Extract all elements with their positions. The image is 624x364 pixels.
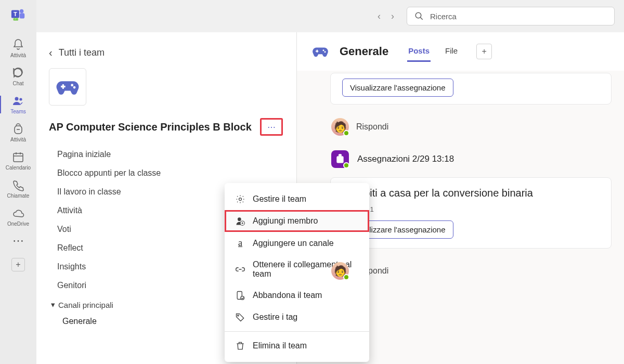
assignments-app-icon <box>331 150 349 168</box>
reply-button[interactable]: Rispondi <box>356 122 388 132</box>
tag-icon <box>235 312 245 322</box>
search-icon <box>414 11 424 21</box>
channel-a-icon: a <box>235 238 245 249</box>
assignment-title: Compiti a casa per la conversione binari… <box>342 187 600 199</box>
rail-label: Attività <box>10 137 26 142</box>
gamepad-icon <box>54 73 81 100</box>
menu-manage-team[interactable]: Gestire il team <box>225 188 369 210</box>
svg-point-20 <box>238 217 241 221</box>
menu-label: Gestire il team <box>253 194 306 204</box>
plus-icon: + <box>482 47 487 56</box>
menu-label: Abbandona il team <box>253 291 322 300</box>
menu-label: Aggiungere un canale <box>253 239 334 248</box>
channels-label: Canali principali <box>58 301 113 309</box>
svg-point-8 <box>15 97 19 101</box>
menu-add-channel[interactable]: a Aggiungere un canale <box>225 232 369 254</box>
dots-icon: ⋯ <box>267 122 276 132</box>
channel-team-avatar <box>309 41 331 62</box>
rail-add-app-button[interactable]: + <box>11 258 25 271</box>
rail-calls[interactable]: Chiamate <box>0 175 36 203</box>
svg-point-9 <box>19 98 22 100</box>
menu-label: Elimina il team <box>253 341 307 350</box>
gamepad-icon <box>311 42 330 61</box>
top-bar: ‹ › Ricerca <box>36 0 624 32</box>
calendar-icon <box>12 151 24 163</box>
svg-point-26 <box>238 315 239 316</box>
menu-divider <box>225 331 369 332</box>
assignment-post-header: Assegnazioni 2/29 13:18 <box>309 147 612 173</box>
channel-tabs: Posts File <box>407 41 459 62</box>
search-input[interactable]: Ricerca <box>407 7 615 25</box>
search-placeholder: Ricerca <box>430 12 457 21</box>
svg-point-19 <box>239 198 242 201</box>
add-tab-button[interactable]: + <box>476 44 492 59</box>
menu-label: Gestire i tag <box>253 313 297 322</box>
svg-point-16 <box>73 86 76 89</box>
presence-dot-icon <box>343 130 349 136</box>
rail-onedrive[interactable]: OneDrive <box>0 203 36 231</box>
rail-assignments[interactable]: Attività <box>0 119 36 147</box>
chevron-left-icon: ‹ <box>49 47 53 59</box>
rail-calendar[interactable]: Calendario <box>0 147 36 175</box>
nav-back-icon[interactable]: ‹ <box>378 11 381 22</box>
caret-down-icon: ▾ <box>51 300 55 309</box>
teams-logo-icon: TNEW <box>10 6 26 22</box>
svg-point-4 <box>20 9 24 14</box>
tab-posts[interactable]: Posts <box>407 41 431 62</box>
all-teams-label: Tutti i team <box>59 47 105 58</box>
user-avatar: 🧑 <box>331 262 349 280</box>
all-teams-button[interactable]: ‹ Tutti i team <box>36 43 296 68</box>
svg-rect-5 <box>20 13 24 18</box>
assignment-due: Due mar 1 <box>342 205 600 213</box>
presence-dot-icon <box>343 274 349 280</box>
team-more-button[interactable]: ⋯ <box>260 118 283 136</box>
nav-forward-icon[interactable]: › <box>391 11 394 22</box>
link-icon <box>235 264 245 275</box>
menu-delete-team[interactable]: Elimina il team <box>225 335 369 357</box>
assignment-card: Visualizzare l'assegnazione <box>330 73 612 105</box>
presence-dot-icon <box>343 162 349 168</box>
rail-label: Chiamate <box>7 193 30 199</box>
menu-add-member[interactable]: Aggiungi membro <box>225 210 369 232</box>
svg-rect-30 <box>317 50 318 53</box>
svg-point-0 <box>415 12 421 18</box>
rail-more-icon[interactable]: ⋯ <box>12 234 24 248</box>
assignment-meta: Assegnazioni 2/29 13:18 <box>357 154 454 164</box>
cloud-icon <box>12 207 24 219</box>
team-title: AP Computer Science Principles B Block <box>49 121 252 133</box>
rail-label: Chat <box>12 81 23 86</box>
rail-activity[interactable]: Attività <box>0 34 36 62</box>
reply-row: 🧑 Rispondi <box>309 114 612 147</box>
rail-label: Teams <box>10 109 25 114</box>
menu-manage-tags[interactable]: Gestire i tag <box>225 306 369 328</box>
svg-point-27 <box>323 49 324 51</box>
people-icon <box>12 95 24 107</box>
rail-label: Attività <box>10 53 26 58</box>
channel-header: Generale Posts File + <box>297 32 624 71</box>
svg-rect-11 <box>14 153 23 162</box>
user-avatar: 🧑 <box>331 118 349 136</box>
rail-teams[interactable]: Teams <box>0 90 36 119</box>
channel-name: Generale <box>340 45 388 58</box>
rail-label: Calendario <box>6 165 31 171</box>
tab-file[interactable]: File <box>444 41 459 62</box>
menu-leave-team[interactable]: Abbandona il team <box>225 284 369 306</box>
team-avatar <box>49 68 86 106</box>
menu-label: Aggiungi membro <box>253 216 318 226</box>
chat-icon <box>12 67 24 79</box>
svg-point-28 <box>324 51 326 53</box>
rail-chat[interactable]: Chat <box>0 62 36 90</box>
tree-home[interactable]: Pagina iniziale <box>49 145 296 164</box>
svg-rect-18 <box>62 84 64 89</box>
svg-point-15 <box>71 84 73 86</box>
svg-text:NEW: NEW <box>14 18 18 20</box>
view-assignment-button[interactable]: Visualizzare l'assegnazione <box>342 79 453 97</box>
tree-notebook[interactable]: Blocco appunti per la classe <box>49 164 296 183</box>
phone-icon <box>12 179 24 191</box>
team-panel: ‹ Tutti i team AP Computer Science Princ… <box>36 32 296 364</box>
leave-icon <box>235 290 245 301</box>
backpack-icon <box>12 123 24 135</box>
svg-line-1 <box>420 17 423 20</box>
svg-rect-32 <box>339 155 342 157</box>
rail-label: OneDrive <box>7 221 29 227</box>
